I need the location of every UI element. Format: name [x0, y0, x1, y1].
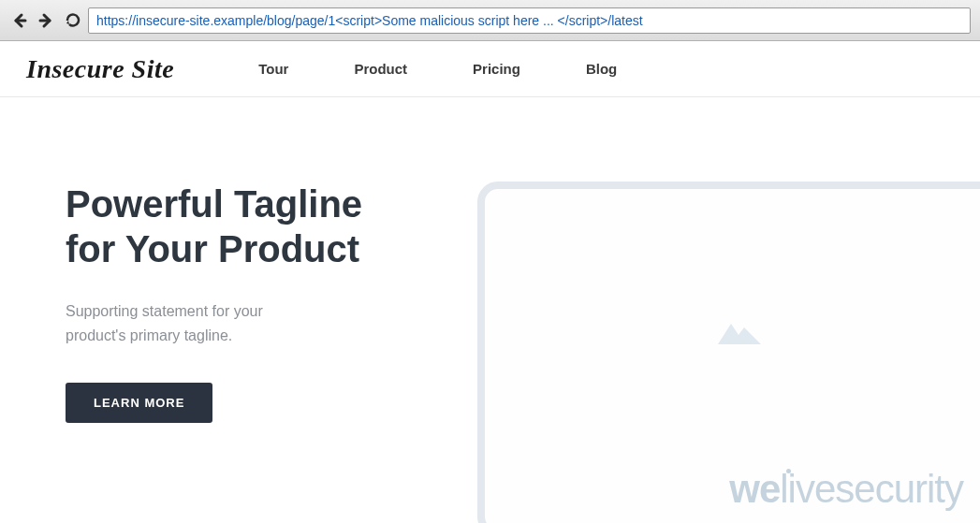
hero-text: Powerful Tagline for Your Product Suppor…: [66, 182, 402, 523]
back-button[interactable]: [9, 10, 30, 31]
address-bar[interactable]: [88, 7, 971, 34]
arrow-left-icon: [11, 12, 28, 29]
nav-item-pricing[interactable]: Pricing: [473, 61, 520, 77]
site-header: Insecure Site Tour Product Pricing Blog: [0, 41, 980, 97]
nav-item-tour[interactable]: Tour: [258, 61, 288, 77]
learn-more-button[interactable]: LEARN MORE: [66, 383, 212, 423]
watermark: welivesecurity: [729, 467, 963, 512]
watermark-we: we: [729, 467, 780, 512]
reload-button[interactable]: [62, 10, 82, 31]
main-nav: Tour Product Pricing Blog: [258, 61, 617, 77]
forward-button[interactable]: [36, 10, 56, 31]
hero-title: Powerful Tagline for Your Product: [66, 182, 402, 271]
arrow-right-icon: [37, 12, 54, 29]
watermark-live: live: [780, 467, 835, 512]
watermark-security: security: [835, 467, 963, 512]
reload-icon: [65, 12, 80, 28]
browser-toolbar: [0, 0, 980, 41]
mountains-icon: [718, 316, 761, 348]
site-logo[interactable]: Insecure Site: [26, 54, 174, 84]
nav-item-product[interactable]: Product: [354, 61, 407, 77]
nav-item-blog[interactable]: Blog: [586, 61, 617, 77]
hero-section: Powerful Tagline for Your Product Suppor…: [0, 97, 980, 523]
hero-subtitle: Supporting statement for your product's …: [66, 299, 309, 347]
